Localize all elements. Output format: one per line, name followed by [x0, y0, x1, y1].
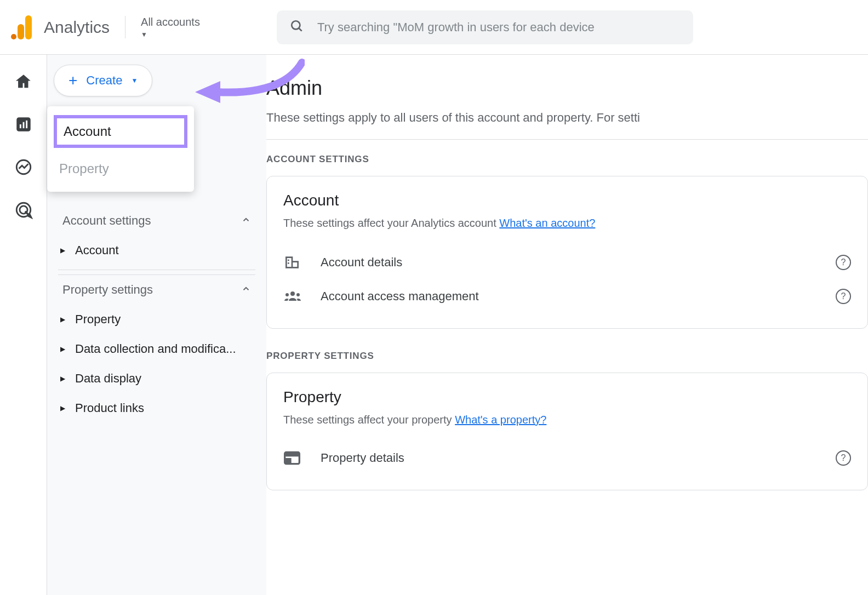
- svg-rect-18: [285, 458, 292, 464]
- people-icon: [283, 290, 305, 303]
- caret-right-icon: ▶: [60, 345, 65, 353]
- logo[interactable]: Analytics: [11, 15, 110, 39]
- home-icon[interactable]: [14, 72, 33, 91]
- svg-rect-5: [26, 121, 27, 128]
- svg-point-15: [296, 293, 300, 296]
- account-card: Account These settings affect your Analy…: [266, 176, 868, 329]
- plus-icon: +: [68, 73, 77, 88]
- help-icon[interactable]: ?: [836, 450, 851, 466]
- svg-rect-4: [22, 122, 24, 128]
- create-button-label: Create: [86, 73, 122, 88]
- account-card-desc: These settings affect your Analytics acc…: [283, 217, 851, 230]
- property-card-title: Property: [283, 388, 851, 406]
- nav-header-account-settings[interactable]: Account settings: [58, 206, 255, 236]
- main-content: Admin These settings apply to all users …: [266, 55, 868, 595]
- product-name: Analytics: [44, 18, 110, 37]
- nav-rail: [0, 55, 47, 595]
- annotation-arrow-icon: [184, 58, 305, 107]
- create-dropdown: Account Property: [47, 106, 194, 192]
- web-icon: [283, 450, 305, 466]
- svg-point-14: [285, 293, 289, 296]
- analytics-logo-icon: [11, 15, 35, 39]
- svg-point-13: [290, 291, 295, 296]
- caret-down-icon: ▼: [141, 31, 200, 38]
- nav-header-property-settings[interactable]: Property settings: [58, 274, 255, 305]
- svg-marker-9: [28, 215, 31, 218]
- building-icon: [283, 254, 305, 271]
- whats-an-account-link[interactable]: What's an account?: [499, 217, 595, 229]
- app-header: Analytics All accounts ▼ Try searching "…: [0, 0, 868, 55]
- search-placeholder: Try searching "MoM growth in users for e…: [317, 20, 595, 35]
- advertising-icon[interactable]: [14, 201, 33, 219]
- svg-rect-11: [288, 260, 289, 261]
- whats-a-property-link[interactable]: What's a property?: [455, 414, 546, 426]
- admin-left-pane: + Create ▼ Account Property Account sett…: [47, 55, 266, 595]
- page-subtitle: These settings apply to all users of thi…: [266, 111, 868, 125]
- nav-item-account[interactable]: ▶ Account: [58, 236, 255, 265]
- dropdown-item-account[interactable]: Account: [54, 115, 187, 148]
- section-label-account: ACCOUNT SETTINGS: [266, 154, 868, 165]
- row-account-access[interactable]: Account access management ?: [283, 280, 851, 313]
- account-card-title: Account: [283, 192, 851, 209]
- svg-line-1: [299, 28, 301, 31]
- caret-right-icon: ▶: [60, 247, 65, 254]
- help-icon[interactable]: ?: [836, 289, 851, 304]
- caret-right-icon: ▶: [60, 375, 65, 382]
- caret-down-icon: ▼: [131, 77, 138, 84]
- page-title: Admin: [266, 77, 868, 100]
- nav-item-product-links[interactable]: ▶ Product links: [58, 393, 255, 423]
- svg-marker-10: [195, 81, 220, 103]
- dropdown-item-property[interactable]: Property: [47, 151, 194, 186]
- caret-right-icon: ▶: [60, 316, 65, 323]
- property-card: Property These settings affect your prop…: [266, 373, 868, 490]
- create-button[interactable]: + Create ▼: [54, 65, 152, 96]
- explore-icon[interactable]: [14, 158, 33, 176]
- chevron-up-icon: [241, 214, 251, 228]
- svg-rect-3: [19, 124, 21, 128]
- svg-rect-17: [285, 452, 300, 456]
- nav-item-property[interactable]: ▶ Property: [58, 305, 255, 334]
- chevron-up-icon: [241, 283, 251, 297]
- section-label-property: PROPERTY SETTINGS: [266, 351, 868, 362]
- help-icon[interactable]: ?: [836, 255, 851, 270]
- caret-right-icon: ▶: [60, 404, 65, 412]
- account-switcher-label: All accounts: [141, 16, 200, 28]
- svg-rect-12: [288, 262, 289, 264]
- settings-nav: Account settings ▶ Account Property sett…: [54, 206, 260, 423]
- search-icon: [290, 19, 304, 36]
- property-card-desc: These settings affect your property What…: [283, 414, 851, 426]
- nav-item-data-display[interactable]: ▶ Data display: [58, 364, 255, 393]
- nav-item-data-collection[interactable]: ▶ Data collection and modifica...: [58, 334, 255, 364]
- row-property-details[interactable]: Property details ?: [283, 442, 851, 474]
- reports-icon[interactable]: [14, 115, 33, 134]
- search-input[interactable]: Try searching "MoM growth in users for e…: [277, 10, 693, 44]
- svg-point-0: [292, 21, 300, 29]
- row-account-details[interactable]: Account details ?: [283, 245, 851, 280]
- account-switcher[interactable]: All accounts ▼: [125, 16, 200, 38]
